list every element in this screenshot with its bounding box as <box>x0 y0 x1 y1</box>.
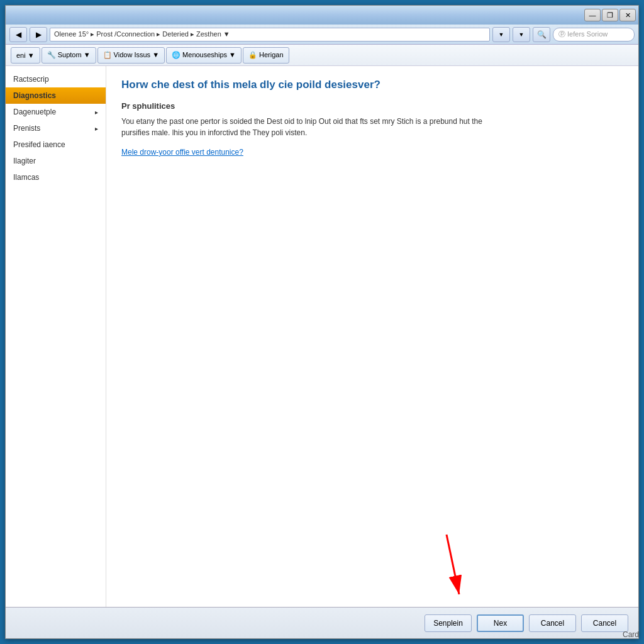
cancel-button-1[interactable]: Cancel <box>529 614 576 632</box>
section-title: Pr sphulitices <box>121 101 623 111</box>
sidebar-item-label: Dagenuetple <box>13 108 56 116</box>
search-icon-btn[interactable]: 🔍 <box>533 27 550 42</box>
restore-button[interactable]: ❐ <box>602 9 618 21</box>
chevron-right-icon: ▸ <box>95 125 98 132</box>
card-label: Card <box>618 628 644 641</box>
dropdown-button[interactable]: ▼ <box>492 27 510 42</box>
sidebar-item-ilagiter[interactable]: Ilagiter <box>6 153 106 169</box>
toolbar-btn-2[interactable]: 📋 Vidow Issus ▼ <box>97 47 165 64</box>
sidebar-item-presifed[interactable]: Presifed iaence <box>6 136 106 153</box>
sidebar-item-label: Diagnostics <box>13 91 56 100</box>
minimize-button[interactable]: — <box>584 9 601 21</box>
title-bar: — ❐ ✕ <box>6 6 638 25</box>
help-link[interactable]: Mele drow-yoor offie vert dentunice? <box>121 148 243 157</box>
sidebar-item-label: Ractsecrip <box>13 75 49 84</box>
chevron-right-icon: ▸ <box>95 109 98 116</box>
sidebar-item-label: Ilagiter <box>13 157 36 165</box>
sidebar-item-label: Presifed iaence <box>13 140 65 149</box>
toolbar: eni ▼ 🔧 Suptom ▼ 📋 Vidow Issus ▼ 🌐 Menou… <box>6 45 638 66</box>
back-button[interactable]: ◀ <box>9 27 27 42</box>
section-body: You etany the past one pertor is soided … <box>121 116 499 138</box>
sidebar: Ractsecrip Diagnostics Dagenuetple ▸ Pre… <box>6 66 106 607</box>
address-text: Olenee 15° ▸ Prost /Cconnection ▸ Deteri… <box>54 30 230 38</box>
toolbar-btn-0[interactable]: eni ▼ <box>11 47 40 64</box>
window-controls: — ❐ ✕ <box>584 9 636 21</box>
search-box[interactable]: ⓟ Iefers Soriow <box>553 28 635 42</box>
main-panel: Horw che dest of this mela dly cie poild… <box>106 66 638 607</box>
forward-button[interactable]: ▶ <box>30 27 47 42</box>
sidebar-item-dagenuetple[interactable]: Dagenuetple ▸ <box>6 104 106 120</box>
search-placeholder: ⓟ Iefers Soriow <box>558 30 608 39</box>
sidebar-item-ractsecrip[interactable]: Ractsecrip <box>6 71 106 87</box>
sidebar-item-diagnostics[interactable]: Diagnostics <box>6 87 106 104</box>
page-title: Horw che dest of this mela dly cie poild… <box>121 79 623 91</box>
sidebar-item-label: Ilamcas <box>13 173 39 182</box>
sidebar-item-ilamcas[interactable]: Ilamcas <box>6 169 106 186</box>
senplein-button[interactable]: Senplein <box>425 614 472 632</box>
bottom-bar: Senplein Nex Cancel Cancel <box>6 607 638 638</box>
address-bar: ◀ ▶ Olenee 15° ▸ Prost /Cconnection ▸ De… <box>6 25 638 45</box>
close-button[interactable]: ✕ <box>619 9 636 21</box>
content-area: Ractsecrip Diagnostics Dagenuetple ▸ Pre… <box>6 66 638 607</box>
toolbar-btn-3[interactable]: 🌐 Menouseships ▼ <box>166 47 242 64</box>
address-input[interactable]: Olenee 15° ▸ Prost /Cconnection ▸ Deteri… <box>50 28 490 42</box>
main-window: — ❐ ✕ ◀ ▶ Olenee 15° ▸ Prost /Cconnectio… <box>5 5 639 639</box>
toolbar-btn-4[interactable]: 🔒 Herigan <box>243 47 289 64</box>
sidebar-item-prenists[interactable]: Prenists ▸ <box>6 120 106 136</box>
sidebar-item-label: Prenists <box>13 124 40 133</box>
toolbar-btn-1[interactable]: 🔧 Suptom ▼ <box>42 47 96 64</box>
nex-button[interactable]: Nex <box>477 614 524 632</box>
refresh-button[interactable]: ▼ <box>513 27 530 42</box>
